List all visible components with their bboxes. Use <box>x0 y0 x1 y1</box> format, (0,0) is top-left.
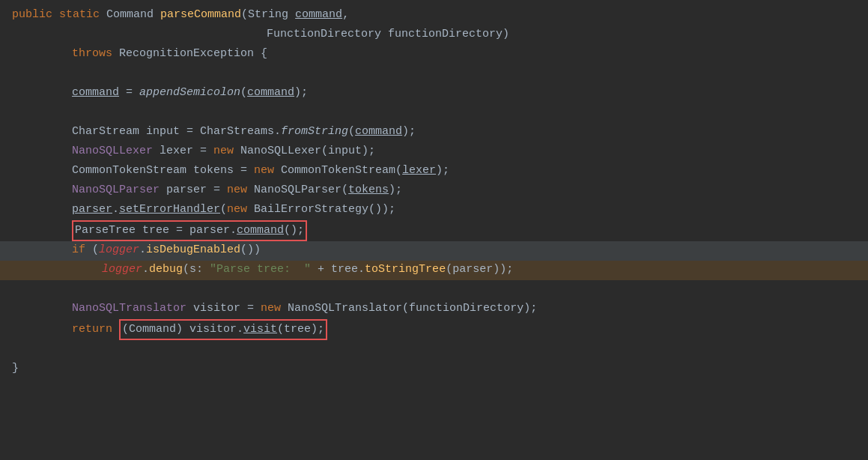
param-command: command <box>295 6 342 24</box>
code-line-17: return (Command) visitor.visit(tree); <box>0 319 868 340</box>
method-debug: debug <box>149 261 183 279</box>
code-line-9: CommonTokenStream tokens = new CommonTok… <box>0 162 868 181</box>
logger-isdebugenabled: logger <box>99 241 139 259</box>
keyword-new4: new <box>227 201 254 219</box>
code-line-2: FunctionDirectory functionDirectory) <box>0 25 868 45</box>
paren-open: ( <box>241 6 248 24</box>
tostringtree-args: (parser)); <box>446 261 513 279</box>
paren3: ( <box>348 123 355 141</box>
method-appendsemicolon: appendSemicolon <box>139 84 240 102</box>
param-lexer: lexer <box>402 162 436 180</box>
keyword-if: if <box>72 241 92 259</box>
code-editor: public static Command parseCommand(Strin… <box>0 0 868 460</box>
highlight-return: (Command) visitor.visit(tree); <box>119 319 327 340</box>
seterror-rest: ( <box>220 201 227 219</box>
keyword-return: return <box>72 321 119 339</box>
lexer-rest: lexer = <box>153 142 213 160</box>
method-command-call: command <box>237 224 284 237</box>
keyword-public: public <box>12 6 59 24</box>
code-line-16: NanoSQLTranslator visitor = new NanoSQLT… <box>0 300 868 319</box>
parser-rest: parser = <box>160 181 227 199</box>
type-recognitionexception: RecognitionException <box>119 45 261 63</box>
type-funcdirectory: FunctionDirectory <box>267 25 388 43</box>
new-nanosqllexer: NanoSQLLexer(input); <box>240 142 375 160</box>
method-parsecmd: parseCommand <box>160 6 241 24</box>
code-line-19: } <box>0 360 868 379</box>
paren-close: ) <box>503 25 509 43</box>
keyword-static: static <box>59 6 106 24</box>
close-paren2: ); <box>294 84 308 102</box>
string-parsetree: "Parse tree: " <box>210 261 311 279</box>
param-tokens: tokens <box>348 181 389 199</box>
type-nanosqltranslator: NanoSQLTranslator <box>72 300 186 318</box>
keyword-new2: new <box>254 162 281 180</box>
param-command3: command <box>355 123 402 141</box>
open-paren2: ( <box>240 84 247 102</box>
command-parens: (); <box>284 224 304 237</box>
dot-seterror: . <box>112 201 119 219</box>
dot-logger: . <box>139 241 146 259</box>
param-command2: command <box>247 84 294 102</box>
code-line-8: NanoSQLLexer lexer = new NanoSQLLexer(in… <box>0 142 868 162</box>
if-paren: ( <box>92 241 99 259</box>
close-nsp: ); <box>389 181 402 199</box>
new-bailerror: BailErrorStrategy()); <box>254 201 395 219</box>
brace-close: } <box>12 360 19 378</box>
code-line-13: if (logger.isDebugEnabled()) <box>0 241 868 261</box>
type-nanosqlparser: NanoSQLParser <box>72 181 160 199</box>
type-command: Command <box>106 6 160 24</box>
method-isdebugenabled: isDebugEnabled <box>146 241 240 259</box>
highlight-parsetree: ParseTree tree = parser.command(); <box>72 220 307 241</box>
logger-debug: logger <box>102 261 142 279</box>
code-line-6 <box>0 103 868 123</box>
code-line-7: CharStream input = CharStreams.fromStrin… <box>0 123 868 142</box>
type-nanosqllexer: NanoSQLLexer <box>72 142 153 160</box>
debug-paren: (s: <box>183 261 210 279</box>
code-line-14: logger.debug(s: "Parse tree: " + tree.to… <box>0 261 868 280</box>
dot-debug: . <box>142 261 149 279</box>
method-visit: visit <box>243 323 277 336</box>
type-string: String <box>248 6 295 24</box>
type-parsetree: ParseTree tree = parser. <box>75 224 237 237</box>
new-commontokenstream: CommonTokenStream( <box>281 162 402 180</box>
keyword-new3: new <box>227 181 254 199</box>
concat-op: + tree. <box>311 261 365 279</box>
method-fromstring: fromString <box>281 123 348 141</box>
parser-seterror: parser <box>72 201 112 219</box>
new-nanosqltranslator: NanoSQLTranslator(functionDirectory); <box>288 300 537 318</box>
keyword-new5: new <box>261 300 288 318</box>
code-line-3: throws RecognitionException { <box>0 45 868 64</box>
var-command-assign: command <box>72 84 119 102</box>
method-seterrorhandler: setErrorHandler <box>119 201 220 219</box>
close3: ); <box>402 123 416 141</box>
method-tostringtree: toStringTree <box>365 261 446 279</box>
code-line-12: ParseTree tree = parser.command(); <box>0 220 868 241</box>
assign-op: = <box>119 84 139 102</box>
code-line-18 <box>0 340 868 360</box>
param-funcdirectory: functionDirectory <box>388 25 503 43</box>
code-line-11: parser.setErrorHandler(new BailErrorStra… <box>0 201 868 220</box>
keyword-new1: new <box>213 142 240 160</box>
comma: , <box>342 6 349 24</box>
new-nanosqlparser: NanoSQLParser( <box>254 181 348 199</box>
type-charstream: CharStream input = CharStreams. <box>72 123 281 141</box>
if-close: ()) <box>240 241 261 259</box>
type-commontokenstream: CommonTokenStream tokens = <box>72 162 254 180</box>
brace-open: { <box>261 45 267 63</box>
visitor-rest: visitor = <box>186 300 261 318</box>
code-line-1: public static Command parseCommand(Strin… <box>0 6 868 25</box>
keyword-throws: throws <box>72 45 119 63</box>
code-line-4 <box>0 64 868 84</box>
visit-args: (tree); <box>277 323 324 336</box>
code-line-10: NanoSQLParser parser = new NanoSQLParser… <box>0 181 868 201</box>
code-line-15 <box>0 280 868 300</box>
code-line-5: command = appendSemicolon(command); <box>0 84 868 103</box>
close-cts: ); <box>436 162 449 180</box>
cast-command: (Command) visitor. <box>122 323 243 336</box>
